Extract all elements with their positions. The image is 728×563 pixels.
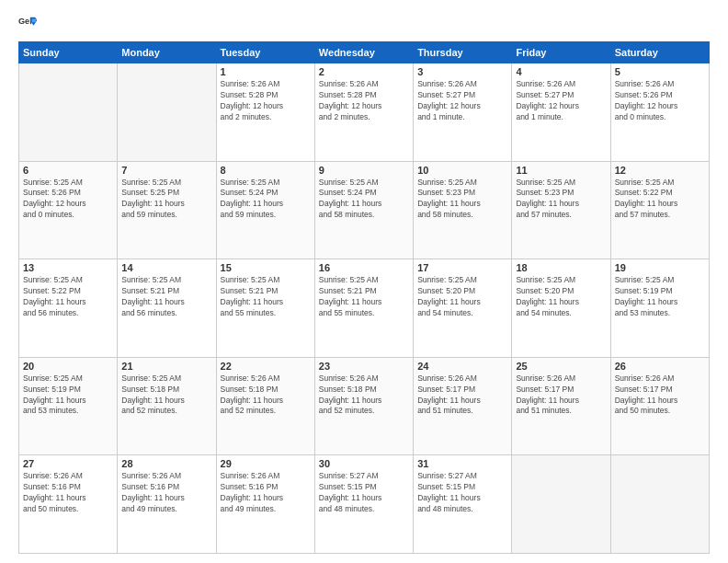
day-number: 10 — [417, 165, 507, 176]
calendar-week-4: 20Sunrise: 5:25 AM Sunset: 5:19 PM Dayli… — [19, 357, 710, 455]
day-number: 23 — [319, 361, 409, 372]
calendar-cell: 13Sunrise: 5:25 AM Sunset: 5:22 PM Dayli… — [19, 259, 118, 358]
day-number: 15 — [221, 262, 311, 273]
calendar-cell: 19Sunrise: 5:25 AM Sunset: 5:19 PM Dayli… — [610, 259, 709, 358]
calendar-cell: 25Sunrise: 5:26 AM Sunset: 5:17 PM Dayli… — [512, 357, 610, 455]
calendar-cell: 21Sunrise: 5:25 AM Sunset: 5:18 PM Dayli… — [118, 357, 216, 455]
calendar-cell: 26Sunrise: 5:26 AM Sunset: 5:17 PM Dayli… — [610, 357, 709, 455]
calendar-cell: 30Sunrise: 5:27 AM Sunset: 5:15 PM Dayli… — [314, 455, 413, 554]
calendar-header-row: SundayMondayTuesdayWednesdayThursdayFrid… — [19, 42, 710, 63]
day-info: Sunrise: 5:25 AM Sunset: 5:21 PM Dayligh… — [121, 275, 211, 319]
day-info: Sunrise: 5:25 AM Sunset: 5:24 PM Dayligh… — [221, 178, 311, 222]
day-info: Sunrise: 5:27 AM Sunset: 5:15 PM Dayligh… — [417, 471, 507, 515]
day-number: 21 — [121, 361, 211, 372]
day-info: Sunrise: 5:25 AM Sunset: 5:20 PM Dayligh… — [417, 275, 507, 319]
calendar-cell: 22Sunrise: 5:26 AM Sunset: 5:18 PM Dayli… — [216, 357, 314, 455]
day-info: Sunrise: 5:25 AM Sunset: 5:23 PM Dayligh… — [516, 178, 606, 222]
day-number: 1 — [221, 66, 311, 77]
calendar-cell: 9Sunrise: 5:25 AM Sunset: 5:24 PM Daylig… — [314, 161, 413, 259]
day-info: Sunrise: 5:27 AM Sunset: 5:15 PM Dayligh… — [319, 471, 409, 515]
calendar-table: SundayMondayTuesdayWednesdayThursdayFrid… — [18, 41, 710, 554]
calendar-cell: 6Sunrise: 5:25 AM Sunset: 5:26 PM Daylig… — [19, 161, 118, 259]
day-info: Sunrise: 5:25 AM Sunset: 5:24 PM Dayligh… — [319, 178, 409, 222]
calendar-cell: 3Sunrise: 5:26 AM Sunset: 5:27 PM Daylig… — [414, 63, 512, 162]
calendar-cell: 29Sunrise: 5:26 AM Sunset: 5:16 PM Dayli… — [216, 455, 314, 554]
calendar-cell: 14Sunrise: 5:25 AM Sunset: 5:21 PM Dayli… — [118, 259, 216, 358]
day-number: 30 — [319, 458, 409, 469]
day-number: 19 — [615, 262, 705, 273]
day-info: Sunrise: 5:26 AM Sunset: 5:17 PM Dayligh… — [516, 373, 606, 418]
calendar-cell: 4Sunrise: 5:26 AM Sunset: 5:27 PM Daylig… — [512, 63, 610, 162]
day-number: 4 — [516, 66, 606, 77]
calendar-header-friday: Friday — [512, 42, 610, 63]
day-info: Sunrise: 5:25 AM Sunset: 5:20 PM Dayligh… — [516, 275, 606, 319]
calendar-cell: 31Sunrise: 5:27 AM Sunset: 5:15 PM Dayli… — [414, 455, 512, 554]
day-info: Sunrise: 5:26 AM Sunset: 5:17 PM Dayligh… — [417, 373, 507, 418]
day-number: 16 — [319, 262, 409, 273]
day-number: 12 — [615, 165, 705, 176]
day-number: 25 — [516, 361, 606, 372]
day-info: Sunrise: 5:26 AM Sunset: 5:26 PM Dayligh… — [615, 79, 705, 123]
day-info: Sunrise: 5:25 AM Sunset: 5:22 PM Dayligh… — [23, 275, 113, 319]
calendar-cell: 10Sunrise: 5:25 AM Sunset: 5:23 PM Dayli… — [414, 161, 512, 259]
calendar-cell: 20Sunrise: 5:25 AM Sunset: 5:19 PM Dayli… — [19, 357, 118, 455]
calendar-cell: 15Sunrise: 5:25 AM Sunset: 5:21 PM Dayli… — [216, 259, 314, 358]
day-info: Sunrise: 5:26 AM Sunset: 5:18 PM Dayligh… — [221, 373, 311, 418]
day-info: Sunrise: 5:25 AM Sunset: 5:19 PM Dayligh… — [23, 373, 113, 418]
calendar-cell: 28Sunrise: 5:26 AM Sunset: 5:16 PM Dayli… — [118, 455, 216, 554]
day-number: 18 — [516, 262, 606, 273]
logo-icon: Gen — [18, 14, 39, 34]
day-info: Sunrise: 5:26 AM Sunset: 5:16 PM Dayligh… — [23, 471, 113, 515]
day-info: Sunrise: 5:26 AM Sunset: 5:17 PM Dayligh… — [615, 373, 705, 418]
page: Gen SundayMondayTuesdayWednesdayThursday… — [0, 0, 728, 563]
day-info: Sunrise: 5:25 AM Sunset: 5:21 PM Dayligh… — [319, 275, 409, 319]
calendar-cell: 16Sunrise: 5:25 AM Sunset: 5:21 PM Dayli… — [314, 259, 413, 358]
day-number: 31 — [417, 458, 507, 469]
day-info: Sunrise: 5:26 AM Sunset: 5:27 PM Dayligh… — [516, 79, 606, 123]
calendar-cell: 5Sunrise: 5:26 AM Sunset: 5:26 PM Daylig… — [610, 63, 709, 162]
calendar-week-2: 6Sunrise: 5:25 AM Sunset: 5:26 PM Daylig… — [19, 161, 710, 259]
calendar-header-sunday: Sunday — [19, 42, 118, 63]
calendar-header-thursday: Thursday — [414, 42, 512, 63]
day-info: Sunrise: 5:25 AM Sunset: 5:21 PM Dayligh… — [221, 275, 311, 319]
calendar-header-saturday: Saturday — [610, 42, 709, 63]
day-number: 6 — [23, 165, 113, 176]
day-number: 5 — [615, 66, 705, 77]
day-info: Sunrise: 5:25 AM Sunset: 5:26 PM Dayligh… — [23, 178, 113, 222]
day-number: 9 — [319, 165, 409, 176]
logo: Gen — [18, 14, 40, 34]
day-number: 8 — [221, 165, 311, 176]
day-number: 7 — [121, 165, 211, 176]
calendar-cell: 11Sunrise: 5:25 AM Sunset: 5:23 PM Dayli… — [512, 161, 610, 259]
calendar-cell: 18Sunrise: 5:25 AM Sunset: 5:20 PM Dayli… — [512, 259, 610, 358]
day-info: Sunrise: 5:26 AM Sunset: 5:27 PM Dayligh… — [417, 79, 507, 123]
day-number: 28 — [121, 458, 211, 469]
day-info: Sunrise: 5:26 AM Sunset: 5:16 PM Dayligh… — [121, 471, 211, 515]
day-info: Sunrise: 5:25 AM Sunset: 5:19 PM Dayligh… — [615, 275, 705, 319]
day-number: 24 — [417, 361, 507, 372]
header: Gen — [18, 14, 710, 34]
day-number: 11 — [516, 165, 606, 176]
calendar-cell: 24Sunrise: 5:26 AM Sunset: 5:17 PM Dayli… — [414, 357, 512, 455]
day-number: 29 — [221, 458, 311, 469]
day-number: 2 — [319, 66, 409, 77]
calendar-cell — [610, 455, 709, 554]
day-info: Sunrise: 5:26 AM Sunset: 5:18 PM Dayligh… — [319, 373, 409, 418]
calendar-cell: 23Sunrise: 5:26 AM Sunset: 5:18 PM Dayli… — [314, 357, 413, 455]
calendar-header-tuesday: Tuesday — [216, 42, 314, 63]
day-number: 27 — [23, 458, 113, 469]
day-info: Sunrise: 5:25 AM Sunset: 5:23 PM Dayligh… — [417, 178, 507, 222]
day-number: 14 — [121, 262, 211, 273]
calendar-cell: 27Sunrise: 5:26 AM Sunset: 5:16 PM Dayli… — [19, 455, 118, 554]
calendar-cell: 2Sunrise: 5:26 AM Sunset: 5:28 PM Daylig… — [314, 63, 413, 162]
day-number: 3 — [417, 66, 507, 77]
calendar-header-wednesday: Wednesday — [314, 42, 413, 63]
day-info: Sunrise: 5:26 AM Sunset: 5:16 PM Dayligh… — [221, 471, 311, 515]
day-info: Sunrise: 5:25 AM Sunset: 5:22 PM Dayligh… — [615, 178, 705, 222]
day-number: 13 — [23, 262, 113, 273]
day-info: Sunrise: 5:25 AM Sunset: 5:25 PM Dayligh… — [121, 178, 211, 222]
day-number: 26 — [615, 361, 705, 372]
calendar-cell: 1Sunrise: 5:26 AM Sunset: 5:28 PM Daylig… — [216, 63, 314, 162]
calendar-cell — [512, 455, 610, 554]
calendar-cell — [118, 63, 216, 162]
